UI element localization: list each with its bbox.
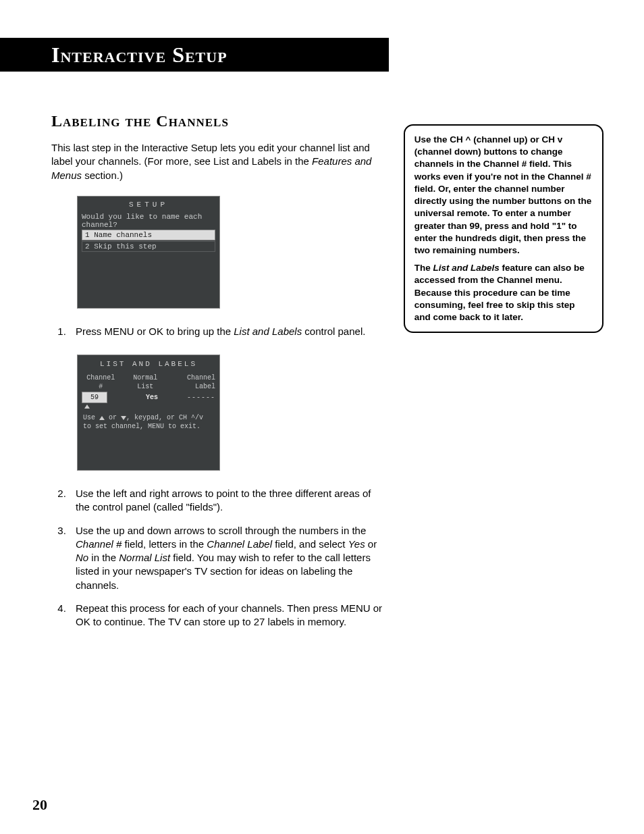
help-use: Use bbox=[83, 414, 95, 421]
step-1: Press MENU or OK to bring up the List an… bbox=[69, 325, 385, 471]
list-labels-title: LIST AND LABELS bbox=[78, 355, 219, 372]
sp2b: List and Labels bbox=[433, 263, 500, 273]
setup-option-name-channels[interactable]: 1 Name channels bbox=[82, 230, 215, 240]
s3d: Channel Label bbox=[207, 538, 272, 550]
help-up-icon bbox=[99, 416, 105, 420]
help-rest: , keypad, or CH ^/v bbox=[126, 414, 203, 421]
step-1c: control panel. bbox=[302, 325, 365, 337]
section-heading: Labeling the Channels bbox=[51, 112, 385, 130]
page-banner: Interactive Setup bbox=[0, 38, 389, 72]
col-channel-label-h1: Channel bbox=[171, 373, 215, 383]
step-3: Use the up and down arrows to scroll thr… bbox=[69, 524, 385, 592]
col-channel-num-h1: Channel bbox=[82, 373, 120, 383]
step-4: Repeat this process for each of your cha… bbox=[69, 602, 385, 629]
osd-help-text: Use or , keypad, or CH ^/v to set channe… bbox=[78, 411, 219, 432]
sidebar-p1: Use the CH ^ (channel up) or CH v (chann… bbox=[414, 134, 593, 257]
s3g: or bbox=[365, 538, 377, 550]
help-or: or bbox=[109, 414, 117, 421]
col-channel-num-h2: # bbox=[82, 382, 120, 392]
s3f: Yes bbox=[348, 538, 365, 550]
help-down-icon bbox=[121, 416, 126, 420]
sidebar-p2: The List and Labels feature can also be … bbox=[414, 262, 593, 323]
setup-osd-title: SETUP bbox=[78, 197, 219, 211]
s3i: in the bbox=[88, 552, 119, 563]
list-labels-osd: LIST AND LABELS Channel Normal Channel #… bbox=[77, 355, 220, 471]
page-number: 20 bbox=[32, 796, 47, 814]
col-normal-list-h2: List bbox=[120, 382, 171, 392]
step-1b: List and Labels bbox=[234, 325, 302, 337]
step-1a: Press MENU or OK to bring up the bbox=[76, 325, 234, 337]
intro-paragraph: This last step in the Interactive Setup … bbox=[51, 141, 385, 182]
intro-text-c: section.) bbox=[82, 170, 123, 181]
s3e: field, and select bbox=[272, 538, 348, 550]
steps-list: Press MENU or OK to bring up the List an… bbox=[51, 325, 385, 629]
setup-option-skip[interactable]: 2 Skip this step bbox=[82, 241, 215, 252]
channel-number-field[interactable]: 59 bbox=[82, 392, 107, 404]
normal-list-field[interactable]: Yes bbox=[125, 393, 179, 402]
s3c: field, letters in the bbox=[122, 538, 207, 550]
up-arrow-icon bbox=[84, 405, 90, 409]
s3b: Channel # bbox=[76, 538, 122, 550]
s3j: Normal List bbox=[119, 552, 170, 563]
setup-osd: SETUP Would you like to name each channe… bbox=[77, 196, 220, 309]
sidebar-note: Use the CH ^ (channel up) or CH v (chann… bbox=[404, 124, 603, 333]
channel-label-field[interactable]: ------ bbox=[179, 393, 215, 402]
s3h: No bbox=[76, 552, 88, 563]
col-normal-list-h1: Normal bbox=[120, 373, 171, 383]
step-2: Use the left and right arrows to point t… bbox=[69, 487, 385, 515]
setup-osd-prompt: Would you like to name each channel? bbox=[82, 213, 215, 229]
col-channel-label-h2: Label bbox=[171, 382, 215, 392]
s3a: Use the up and down arrows to scroll thr… bbox=[76, 525, 366, 536]
help-line2: to set channel, MENU to exit. bbox=[83, 423, 200, 430]
sp2a: The bbox=[414, 263, 433, 273]
